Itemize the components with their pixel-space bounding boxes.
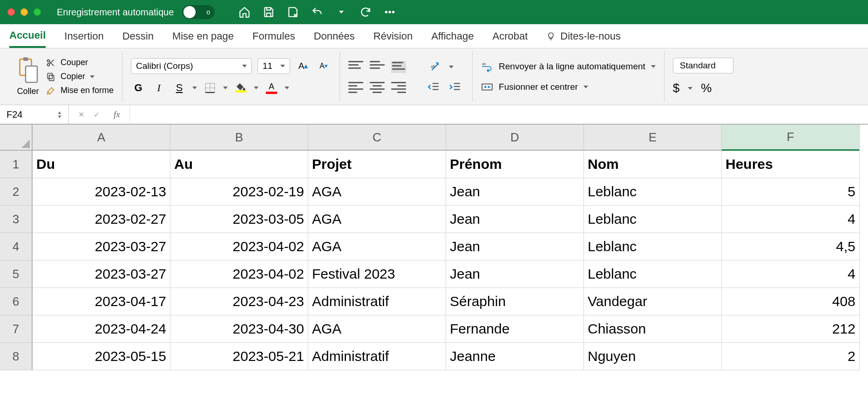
align-right-button[interactable] — [391, 82, 406, 94]
cell[interactable]: Vandegar — [584, 288, 722, 315]
name-box[interactable]: F24 ▲▼ — [0, 105, 69, 124]
cell[interactable]: Fernande — [446, 315, 584, 343]
borders-button[interactable] — [203, 80, 217, 95]
increase-font-button[interactable]: A▴ — [296, 59, 311, 73]
currency-button[interactable]: $ — [673, 81, 679, 95]
align-top-button[interactable] — [348, 61, 363, 73]
cell[interactable]: 2023-04-17 — [33, 288, 170, 315]
cell[interactable]: 5 — [722, 178, 860, 206]
fill-color-button[interactable] — [233, 80, 248, 95]
bold-button[interactable]: G — [131, 80, 146, 95]
row-header[interactable]: 2 — [0, 178, 33, 206]
font-size-combo[interactable]: 11 — [258, 58, 290, 74]
tab-insertion[interactable]: Insertion — [64, 26, 103, 47]
font-name-combo[interactable]: Calibri (Corps) — [131, 58, 252, 74]
cell[interactable]: 2023-02-13 — [33, 178, 170, 206]
italic-button[interactable]: I — [151, 80, 166, 95]
cell[interactable]: AGA — [308, 233, 446, 260]
name-box-spinner[interactable]: ▲▼ — [57, 110, 62, 119]
tab-tellme[interactable]: Dites-le-nous — [546, 26, 621, 47]
cell[interactable]: 2023-03-27 — [33, 233, 170, 260]
font-color-dropdown-icon[interactable] — [285, 87, 289, 89]
cell[interactable]: Leblanc — [584, 260, 722, 288]
cell[interactable]: 2023-04-02 — [170, 260, 308, 288]
cell[interactable]: 408 — [722, 288, 860, 315]
decrease-indent-button[interactable] — [427, 82, 442, 94]
maximize-window-button[interactable] — [34, 8, 41, 16]
cut-button[interactable]: Couper — [46, 58, 114, 68]
align-center-button[interactable] — [370, 82, 385, 94]
more-icon[interactable] — [383, 6, 396, 19]
cell[interactable]: Nom — [584, 151, 722, 178]
cell[interactable]: 2023-03-05 — [170, 206, 308, 233]
cell[interactable]: Jean — [446, 178, 584, 206]
cell[interactable]: 2023-04-24 — [33, 315, 170, 343]
orientation-button[interactable]: ab — [427, 60, 442, 74]
cell[interactable]: Nguyen — [584, 343, 722, 370]
wrap-text-button[interactable]: ab Renvoyer à la ligne automatiquement — [481, 60, 656, 73]
cell[interactable]: 2023-02-27 — [33, 206, 170, 233]
cell[interactable]: AGA — [308, 178, 446, 206]
column-header[interactable]: E — [584, 125, 722, 151]
home-icon[interactable] — [238, 6, 251, 19]
tab-formules[interactable]: Formules — [252, 26, 295, 47]
cell[interactable]: Jeanne — [446, 343, 584, 370]
cell[interactable]: 2023-04-02 — [170, 233, 308, 260]
column-header[interactable]: B — [170, 125, 308, 151]
tab-acrobat[interactable]: Acrobat — [492, 26, 528, 47]
tab-affichage[interactable]: Affichage — [431, 26, 474, 47]
column-header-selected[interactable]: F — [722, 125, 860, 151]
cell[interactable]: Jean — [446, 206, 584, 233]
cell[interactable]: 4 — [722, 260, 860, 288]
cell[interactable]: 2023-05-15 — [33, 343, 170, 370]
cancel-formula-icon[interactable]: ✕ — [78, 110, 84, 119]
orientation-dropdown-icon[interactable] — [449, 66, 454, 68]
row-header[interactable]: 8 — [0, 343, 33, 370]
tab-revision[interactable]: Révision — [373, 26, 413, 47]
redo-icon[interactable] — [359, 6, 372, 19]
cell[interactable]: Prénom — [446, 151, 584, 178]
borders-dropdown-icon[interactable] — [223, 87, 228, 89]
currency-dropdown-icon[interactable] — [688, 87, 692, 90]
row-header[interactable]: 4 — [0, 233, 33, 260]
fx-icon[interactable]: fx — [114, 109, 120, 120]
cell[interactable]: Au — [170, 151, 308, 178]
save-as-icon[interactable] — [286, 6, 299, 19]
cell[interactable]: Leblanc — [584, 233, 722, 260]
cell[interactable]: Jean — [446, 260, 584, 288]
column-header[interactable]: C — [308, 125, 446, 151]
cell[interactable]: Chiasson — [584, 315, 722, 343]
cell[interactable]: 2023-04-30 — [170, 315, 308, 343]
column-header[interactable]: D — [446, 125, 584, 151]
autosave-toggle[interactable]: o — [182, 5, 215, 19]
save-icon[interactable] — [262, 6, 275, 19]
copy-button[interactable]: Copier — [46, 72, 114, 82]
row-header[interactable]: 6 — [0, 288, 33, 315]
cell[interactable]: 4 — [722, 206, 860, 233]
cell[interactable]: Leblanc — [584, 178, 722, 206]
cell[interactable]: 2023-02-19 — [170, 178, 308, 206]
accept-formula-icon[interactable]: ✓ — [94, 110, 100, 119]
cell[interactable]: Administratif — [308, 288, 446, 315]
cell[interactable]: Projet — [308, 151, 446, 178]
cell[interactable]: 2023-04-23 — [170, 288, 308, 315]
row-header[interactable]: 3 — [0, 206, 33, 233]
increase-indent-button[interactable] — [449, 82, 464, 94]
align-middle-button[interactable] — [370, 61, 385, 73]
align-left-button[interactable] — [348, 82, 363, 94]
cell[interactable]: Festival 2023 — [308, 260, 446, 288]
undo-icon[interactable] — [311, 6, 324, 19]
underline-dropdown-icon[interactable] — [192, 87, 197, 89]
row-header[interactable]: 5 — [0, 260, 33, 288]
format-painter-button[interactable]: Mise en forme — [46, 86, 114, 96]
select-all-corner[interactable] — [0, 125, 33, 151]
cell[interactable]: AGA — [308, 315, 446, 343]
close-window-button[interactable] — [7, 8, 15, 16]
underline-button[interactable]: S — [172, 80, 187, 95]
row-header[interactable]: 7 — [0, 315, 33, 343]
column-header[interactable]: A — [33, 125, 170, 151]
cell[interactable]: 2 — [722, 343, 860, 370]
percent-button[interactable]: % — [701, 81, 712, 95]
align-bottom-button[interactable] — [391, 61, 406, 73]
cell[interactable]: Heures — [722, 151, 860, 178]
